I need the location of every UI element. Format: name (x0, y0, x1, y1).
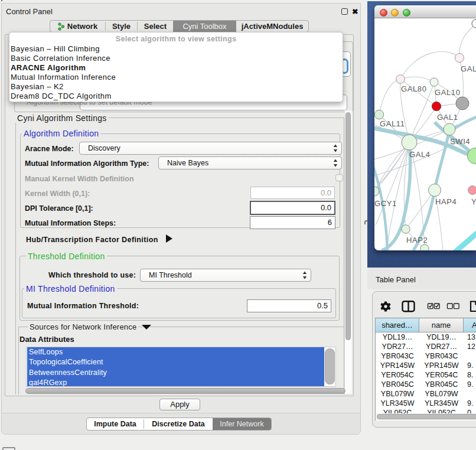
svg-text:GAL: GAL (461, 64, 476, 73)
svg-text:HAP2: HAP2 (406, 236, 428, 244)
svg-text:GAL4: GAL4 (409, 150, 431, 159)
svg-text:GAL80: GAL80 (401, 84, 426, 93)
svg-text:HAP4: HAP4 (435, 197, 457, 206)
svg-text:GAL11: GAL11 (380, 119, 405, 128)
svg-text:GAL1: GAL1 (437, 113, 458, 122)
svg-text:GCY1: GCY1 (374, 199, 397, 208)
svg-text:GAL10: GAL10 (435, 88, 460, 97)
svg-text:SWI4: SWI4 (450, 137, 470, 146)
svg-text:Y: Y (471, 197, 476, 206)
